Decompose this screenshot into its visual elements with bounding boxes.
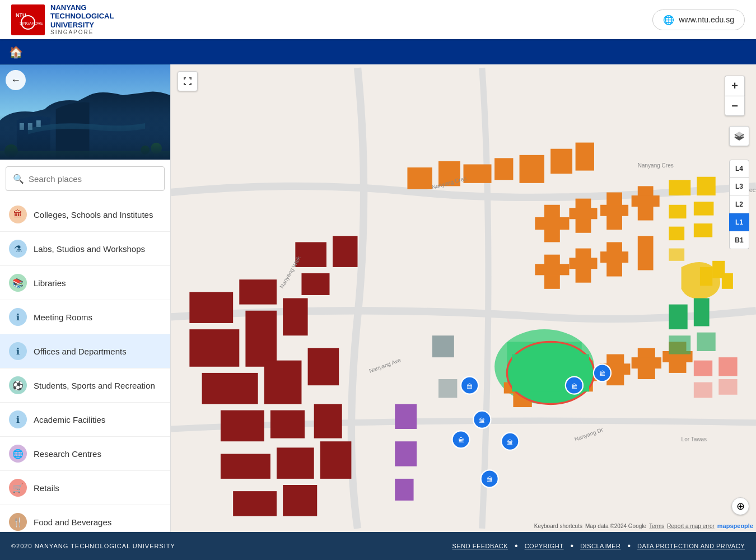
- svg-rect-50: [535, 264, 569, 275]
- logo-line1: NANYANG: [50, 3, 114, 12]
- svg-rect-73: [694, 223, 712, 237]
- category-item-offices[interactable]: ℹ Offices and Departments: [0, 334, 170, 368]
- map-canvas[interactable]: Nanyang Cres Nanyang Walk Nanyang Ave Na…: [171, 64, 756, 532]
- svg-rect-16: [239, 279, 277, 304]
- svg-text:🏛: 🏛: [479, 417, 485, 424]
- website-link[interactable]: 🌐 www.ntu.edu.sg: [652, 10, 745, 30]
- map-attribution: Keyboard shortcuts Map data ©2024 Google…: [534, 522, 753, 529]
- mapspeople-logo: mapspeople: [717, 522, 753, 529]
- category-item-libraries[interactable]: 📚 Libraries: [0, 266, 170, 300]
- search-box[interactable]: 🔍: [6, 166, 165, 191]
- svg-text:🏛: 🏛: [487, 476, 493, 483]
- svg-rect-25: [314, 404, 342, 438]
- category-item-meeting[interactable]: ℹ Meeting Rooms: [0, 300, 170, 334]
- copyright-link[interactable]: COPYRIGHT: [525, 543, 564, 549]
- category-icon-retails: 🛒: [9, 479, 27, 497]
- category-item-academic[interactable]: ℹ Academic Facilities: [0, 403, 170, 437]
- report-error-link[interactable]: Report a map error: [667, 523, 714, 529]
- category-label-retails: Retails: [34, 483, 59, 493]
- search-input[interactable]: [29, 174, 157, 184]
- floor-button-L3[interactable]: L3: [729, 178, 749, 195]
- home-button[interactable]: 🏠: [6, 42, 26, 62]
- svg-rect-40: [576, 143, 594, 171]
- campus-image: ←: [0, 64, 170, 160]
- data-protection-link[interactable]: DATA PROTECTION AND PRIVACY: [637, 543, 745, 549]
- ntu-logo-icon: NTU SINGAPORE: [11, 4, 45, 35]
- svg-rect-21: [264, 361, 302, 404]
- svg-rect-28: [320, 441, 352, 479]
- svg-rect-31: [295, 242, 326, 267]
- sidebar: ← 🔍 🏛 Colleges, Schools and Institutes ⚗…: [0, 64, 171, 532]
- svg-rect-22: [308, 348, 339, 385]
- map-area[interactable]: Nanyang Cres Nanyang Walk Nanyang Ave Na…: [171, 64, 756, 532]
- svg-rect-81: [697, 333, 715, 351]
- category-label-libraries: Libraries: [34, 278, 66, 288]
- floor-button-L4[interactable]: L4: [729, 160, 749, 178]
- category-icon-libraries: 📚: [9, 274, 27, 292]
- zoom-in-button[interactable]: +: [725, 76, 745, 96]
- category-item-research[interactable]: 🌐 Research Centres: [0, 437, 170, 471]
- category-item-food[interactable]: 🍴 Food and Beverages: [0, 505, 170, 532]
- svg-rect-82: [694, 361, 712, 376]
- svg-rect-77: [722, 273, 733, 289]
- logo-text: NANYANG TECHNOLOGICAL UNIVERSITY SINGAPO…: [50, 3, 114, 36]
- category-label-students: Students, Sports and Recreation: [34, 381, 155, 390]
- layer-button[interactable]: [729, 126, 749, 146]
- svg-rect-34: [407, 167, 432, 189]
- svg-rect-71: [694, 202, 714, 215]
- svg-rect-38: [520, 155, 544, 183]
- svg-text:SINGAPORE: SINGAPORE: [20, 21, 43, 25]
- svg-rect-78: [669, 305, 687, 329]
- zoom-out-button[interactable]: −: [725, 96, 745, 116]
- separator-2: •: [571, 541, 574, 551]
- zoom-controls: + −: [725, 76, 745, 116]
- svg-rect-79: [694, 298, 710, 326]
- category-icon-academic: ℹ: [9, 410, 27, 428]
- back-button[interactable]: ←: [6, 70, 26, 90]
- floor-selector: L4L3L2L1B1: [729, 160, 749, 249]
- footer: ©2020 NANYANG TECHNOLOGICAL UNIVERSITY S…: [0, 532, 756, 560]
- svg-rect-84: [694, 382, 712, 398]
- svg-rect-83: [718, 357, 737, 376]
- disclaimer-link[interactable]: DISCLAIMER: [580, 543, 620, 549]
- svg-rect-89: [395, 441, 417, 466]
- category-label-meeting: Meeting Rooms: [34, 312, 92, 322]
- svg-rect-27: [277, 447, 314, 479]
- floor-button-B1[interactable]: B1: [729, 231, 749, 249]
- send-feedback-link[interactable]: SEND FEEDBACK: [452, 543, 508, 549]
- keyboard-shortcuts-link[interactable]: Keyboard shortcuts: [534, 523, 582, 529]
- category-item-students[interactable]: ⚽ Students, Sports and Recreation: [0, 368, 170, 403]
- category-label-research: Research Centres: [34, 449, 101, 459]
- floor-button-L1[interactable]: L1: [729, 213, 749, 231]
- category-icon-research: 🌐: [9, 445, 27, 463]
- svg-text:🏛: 🏛: [466, 383, 473, 390]
- svg-rect-52: [569, 258, 597, 269]
- svg-rect-32: [333, 236, 357, 267]
- category-icon-meeting: ℹ: [9, 308, 27, 326]
- svg-rect-15: [189, 292, 233, 323]
- floor-button-L2[interactable]: L2: [729, 195, 749, 213]
- svg-rect-33: [301, 273, 329, 295]
- svg-rect-54: [600, 251, 628, 263]
- svg-rect-48: [632, 195, 660, 207]
- svg-text:🏛: 🏛: [571, 383, 577, 390]
- website-url: www.ntu.edu.sg: [679, 15, 734, 24]
- category-item-retails[interactable]: 🛒 Retails: [0, 471, 170, 505]
- globe-icon: 🌐: [663, 15, 674, 25]
- compass[interactable]: ⊕: [731, 497, 749, 515]
- svg-rect-74: [669, 249, 684, 261]
- svg-rect-87: [438, 379, 457, 398]
- terms-link[interactable]: Terms: [649, 523, 664, 529]
- fullscreen-button[interactable]: [178, 71, 198, 91]
- copyright-text: ©2020 NANYANG TECHNOLOGICAL UNIVERSITY: [11, 543, 175, 549]
- svg-text:🏛: 🏛: [599, 370, 605, 377]
- building-overlay: [0, 115, 170, 160]
- campus-map-svg: Nanyang Cres Nanyang Walk Nanyang Ave Na…: [171, 64, 756, 532]
- svg-rect-69: [697, 177, 715, 195]
- svg-rect-42: [535, 217, 569, 230]
- category-icon-colleges: 🏛: [9, 206, 27, 223]
- svg-rect-85: [718, 379, 737, 395]
- category-item-labs[interactable]: ⚗ Labs, Studios and Workshops: [0, 232, 170, 266]
- category-item-colleges[interactable]: 🏛 Colleges, Schools and Institutes: [0, 198, 170, 232]
- svg-text:🏛: 🏛: [458, 437, 464, 444]
